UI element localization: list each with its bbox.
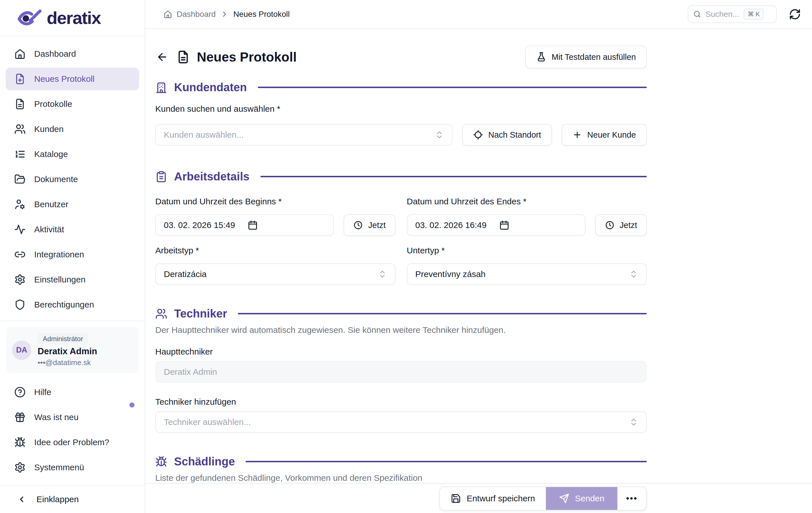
sidebar-item-label: Kunden [34, 124, 63, 134]
fill-testdata-label: Mit Testdaten ausfüllen [552, 52, 636, 62]
breadcrumb-item-dashboard[interactable]: Dashboard [177, 10, 216, 19]
sidebar-item-protokolle[interactable]: Protokolle [6, 93, 139, 115]
topbar: Dashboard Neues Protokoll ⌘ K [145, 0, 812, 29]
worktype-select[interactable]: Deratizácia [155, 263, 396, 285]
subtype-select[interactable]: Preventívny zásah [407, 263, 647, 285]
schaedlinge-subtitle: Liste der gefundenen Schädlinge, Vorkomm… [155, 473, 647, 483]
file-text-icon [14, 98, 26, 110]
bottom-action-bar: Entwurf speichern Senden ••• [145, 483, 812, 513]
sidebar-item-dashboard[interactable]: Dashboard [6, 42, 139, 65]
sidebar-item-hilfe[interactable]: Hilfe [6, 381, 139, 404]
end-datetime-value: 03. 02. 2026 16:49 [415, 220, 487, 230]
sidebar-item-neues-protokoll[interactable]: Neues Protokoll [6, 67, 139, 90]
save-icon [451, 493, 461, 504]
user-email: •••@datatime.sk [38, 358, 97, 367]
sidebar-item-label: Benutzer [34, 200, 68, 209]
chevrons-up-down-icon [629, 418, 638, 427]
sidebar-item-kataloge[interactable]: Kataloge [6, 143, 139, 166]
sidebar-item-label: Systemmenü [34, 462, 84, 472]
user-card[interactable]: DA Administrátor Deratix Admin •••@datat… [6, 327, 139, 373]
sidebar-header: deratix [0, 0, 145, 36]
sidebar-item-label: Berechtigungen [34, 300, 94, 310]
sidebar-item-berechtigungen[interactable]: Berechtigungen [6, 293, 139, 316]
by-location-button[interactable]: Nach Standort [462, 124, 552, 146]
sidebar-item-systemmenue[interactable]: Systemmenü [6, 456, 139, 479]
sidebar: deratix Dashboard Neues Protokoll Protok… [0, 0, 145, 513]
worktype-label: Arbeitstyp * [155, 246, 396, 255]
sidebar-item-benutzer[interactable]: Benutzer [6, 193, 139, 216]
gear-icon [14, 462, 26, 473]
more-actions-button[interactable]: ••• [617, 487, 646, 510]
kunden-select[interactable]: Kunden auswählen... [155, 124, 453, 146]
subtype-label: Untertyp * [407, 246, 647, 255]
gear-icon [14, 274, 26, 285]
brand-logo[interactable]: deratix [16, 8, 100, 28]
section-techniker-header: Techniker [155, 307, 647, 320]
gift-icon [14, 411, 26, 423]
calendar-icon[interactable] [499, 220, 510, 230]
bug-icon [155, 456, 167, 468]
more-actions-label: ••• [626, 494, 638, 503]
new-customer-label: Neuer Kunde [587, 130, 636, 140]
locate-icon [473, 130, 483, 140]
start-datetime-input[interactable]: 03. 02. 2026 15:49 [155, 214, 334, 236]
start-now-button[interactable]: Jetzt [344, 214, 395, 236]
clipboard-list-icon [155, 171, 167, 183]
add-technician-label: Techniker hinzufügen [155, 397, 647, 407]
send-button[interactable]: Senden [546, 487, 617, 510]
end-datetime-input[interactable]: 03. 02. 2026 16:49 [407, 214, 585, 236]
plus-icon [572, 130, 582, 140]
section-title: Techniker [174, 307, 227, 320]
folder-open-icon [14, 174, 26, 185]
list-ordered-icon [14, 148, 26, 160]
sidebar-item-aktivitaet[interactable]: Aktivität [6, 218, 139, 241]
users-icon [155, 308, 167, 320]
collapse-sidebar-button[interactable]: Einklappen [0, 486, 145, 513]
help-circle-icon [14, 387, 26, 398]
sidebar-item-label: Aktivität [34, 225, 64, 234]
page-header: Neues Protokoll Mit Testdaten ausfüllen [155, 46, 647, 68]
fill-testdata-button[interactable]: Mit Testdaten ausfüllen [525, 46, 647, 68]
sidebar-item-label: Was ist neu [34, 412, 79, 422]
kunden-search-label: Kunden suchen und auswählen * [155, 104, 647, 114]
calendar-icon[interactable] [248, 220, 258, 230]
action-button-group: Entwurf speichern Senden ••• [439, 486, 647, 510]
breadcrumb: Dashboard Neues Protokoll [164, 10, 290, 19]
sidebar-item-label: Neues Protokoll [34, 74, 95, 84]
section-rule [258, 87, 647, 88]
kunden-select-row: Kunden auswählen... Nach Standort Neuer … [155, 124, 647, 146]
shield-icon [14, 299, 26, 310]
user-name: Deratix Admin [38, 346, 97, 357]
start-datetime-label: Datum und Uhrzeit des Beginns * [155, 197, 396, 206]
new-customer-button[interactable]: Neuer Kunde [561, 124, 647, 146]
save-draft-button[interactable]: Entwurf speichern [440, 487, 546, 510]
add-technician-select[interactable]: Techniker auswählen... [155, 411, 647, 433]
techniker-subtitle: Der Haupttechniker wird automatisch zuge… [155, 325, 647, 335]
sidebar-item-label: Idee oder Problem? [34, 437, 109, 447]
home-icon [14, 48, 26, 60]
end-now-button[interactable]: Jetzt [595, 214, 647, 236]
page-title: Neues Protokoll [197, 49, 297, 65]
divider [0, 321, 145, 321]
search-box[interactable]: ⌘ K [688, 5, 777, 23]
sidebar-item-integrationen[interactable]: Integrationen [6, 243, 139, 266]
sidebar-item-dokumente[interactable]: Dokumente [6, 168, 139, 191]
sidebar-item-was-ist-neu[interactable]: Was ist neu [6, 406, 139, 429]
chevrons-up-down-icon [629, 269, 638, 279]
refresh-button[interactable] [788, 7, 802, 21]
search-input[interactable] [705, 10, 740, 19]
main-content: Neues Protokoll Mit Testdaten ausfüllen … [155, 29, 647, 483]
kunden-select-placeholder: Kunden auswählen... [164, 130, 435, 140]
chevrons-up-down-icon [378, 269, 387, 279]
send-label: Senden [575, 494, 604, 503]
section-rule [260, 176, 647, 177]
main-technician-input: Deratix Admin [155, 361, 647, 383]
sidebar-item-idee-oder-problem[interactable]: Idee oder Problem? [6, 431, 139, 454]
brand-wordmark: deratix [47, 8, 100, 28]
breadcrumb-item-current: Neues Protokoll [233, 10, 290, 19]
chevrons-up-down-icon [435, 130, 444, 139]
back-button[interactable] [155, 50, 169, 64]
start-datetime-value: 03. 02. 2026 15:49 [164, 220, 235, 230]
sidebar-item-kunden[interactable]: Kunden [6, 118, 139, 141]
sidebar-item-einstellungen[interactable]: Einstellungen [6, 268, 139, 291]
